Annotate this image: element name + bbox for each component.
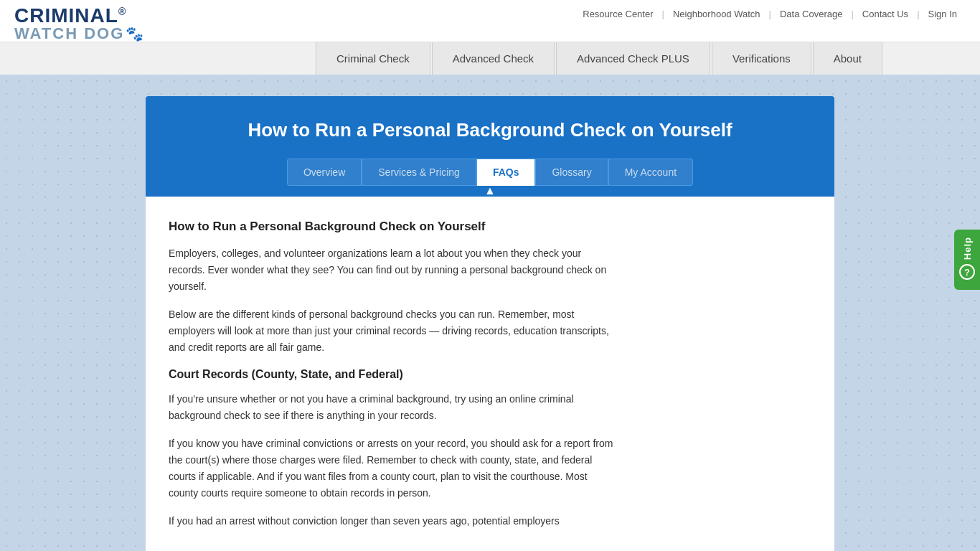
help-tab[interactable]: Help ? — [954, 230, 980, 290]
tab-active-arrow: ▲ — [160, 185, 820, 197]
help-tab-wrapper: Help ? — [954, 230, 980, 290]
nav-advanced-check-plus[interactable]: Advanced Check PLUS — [556, 42, 710, 75]
sub-tab-glossary[interactable]: Glossary — [535, 159, 608, 186]
help-icon: ? — [959, 264, 975, 280]
top-nav-neighborhood-watch[interactable]: Neighborhood Watch — [664, 9, 769, 19]
main-nav: Criminal Check Advanced Check Advanced C… — [0, 42, 980, 75]
nav-about[interactable]: About — [813, 42, 882, 75]
paw-icon: 🐾 — [126, 27, 145, 41]
nav-advanced-check[interactable]: Advanced Check — [432, 42, 555, 75]
sub-tab-services-pricing[interactable]: Services & Pricing — [362, 159, 476, 186]
top-nav-sign-in[interactable]: Sign In — [920, 9, 966, 19]
logo-watchdog-text: WATCH DOG — [14, 26, 124, 42]
banner-title: How to Run a Personal Background Check o… — [160, 119, 820, 141]
help-label: Help — [962, 237, 973, 260]
logo-reg: ® — [118, 6, 126, 17]
sub-tab-my-account[interactable]: My Account — [608, 159, 693, 186]
page-body: How to Run a Personal Background Check o… — [0, 75, 980, 551]
content-area: How to Run a Personal Background Check o… — [146, 197, 834, 551]
logo[interactable]: CRIMINAL® WATCH DOG🐾 — [14, 6, 145, 42]
top-nav-data-coverage[interactable]: Data Coverage — [771, 9, 851, 19]
logo-watchdog: WATCH DOG🐾 — [14, 26, 145, 42]
header: CRIMINAL® WATCH DOG🐾 Resource Center | N… — [0, 0, 980, 42]
top-nav-resource-center[interactable]: Resource Center — [574, 9, 661, 19]
nav-criminal-check[interactable]: Criminal Check — [316, 42, 430, 75]
content-section1-title: Court Records (County, State, and Federa… — [169, 368, 800, 381]
sub-tab-overview[interactable]: Overview — [287, 159, 362, 186]
logo-criminal-text: CRIMINAL — [14, 4, 118, 27]
content-p4: If you know you have criminal conviction… — [169, 435, 613, 501]
top-nav: Resource Center | Neighborhood Watch | D… — [574, 9, 966, 39]
content-p2: Below are the different kinds of persona… — [169, 306, 613, 356]
banner: How to Run a Personal Background Check o… — [146, 96, 834, 197]
nav-verifications[interactable]: Verifications — [712, 42, 811, 75]
sub-tab-faqs[interactable]: FAQs — [476, 159, 536, 186]
logo-criminal: CRIMINAL® — [14, 6, 145, 26]
content-p5: If you had an arrest without conviction … — [169, 513, 613, 529]
sub-tabs: Overview Services & Pricing FAQs Glossar… — [160, 159, 820, 186]
content-p3: If you're unsure whether or not you have… — [169, 391, 613, 424]
top-nav-contact-us[interactable]: Contact Us — [854, 9, 917, 19]
content-p1: Employers, colleges, and volunteer organ… — [169, 245, 613, 295]
content-heading: How to Run a Personal Background Check o… — [169, 220, 800, 234]
